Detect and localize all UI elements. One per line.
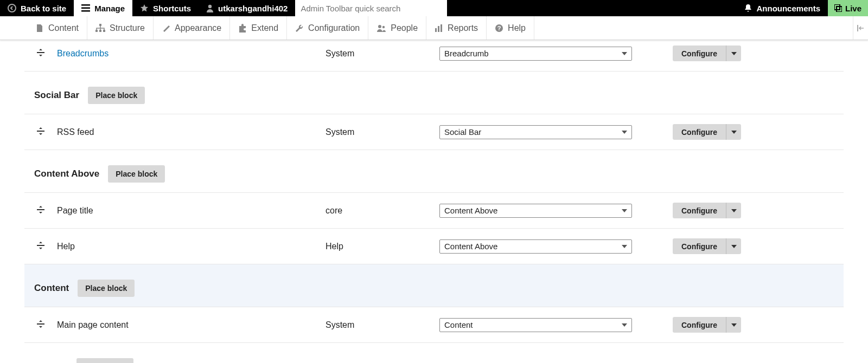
region-title: Social Bar xyxy=(34,90,79,101)
puzzle-icon xyxy=(238,24,247,33)
place-block-button[interactable]: Place block xyxy=(108,165,165,183)
svg-rect-8 xyxy=(95,30,98,32)
menu-appearance[interactable]: Appearance xyxy=(154,16,230,40)
menu-structure[interactable]: Structure xyxy=(87,16,154,40)
place-block-button[interactable]: Place block xyxy=(78,280,135,297)
block-category: core xyxy=(326,206,439,216)
menu-help-label: Help xyxy=(508,23,526,33)
block-row: Breadcrumbs System Breadcrumb Configure xyxy=(24,40,844,72)
menu-content[interactable]: Content xyxy=(27,16,87,40)
menu-collapse-toggle[interactable] xyxy=(853,16,868,40)
region-header: SidebarPlace block xyxy=(24,343,844,363)
menu-configuration[interactable]: Configuration xyxy=(287,16,368,40)
region-select[interactable]: Content Above xyxy=(439,204,632,218)
block-operations: Configure xyxy=(673,124,849,140)
svg-rect-1 xyxy=(81,4,90,6)
region-select-value: Breadcrumb xyxy=(444,49,489,58)
svg-text:?: ? xyxy=(497,25,501,31)
block-title[interactable]: Breadcrumbs xyxy=(57,49,326,59)
star-icon xyxy=(140,4,149,12)
back-to-site-link[interactable]: Back to site xyxy=(0,0,74,16)
menu-content-label: Content xyxy=(48,23,79,33)
svg-rect-2 xyxy=(81,8,90,9)
drag-handle-icon[interactable] xyxy=(24,320,57,329)
help-icon: ? xyxy=(495,24,503,33)
region-select[interactable]: Content xyxy=(439,318,632,332)
announcements-link[interactable]: Announcements xyxy=(737,0,828,16)
configure-button[interactable]: Configure xyxy=(673,124,726,140)
svg-rect-10 xyxy=(103,30,105,32)
menu-people-label: People xyxy=(391,23,418,33)
region-header: Social BarPlace block xyxy=(24,72,844,114)
region-title: Content Above xyxy=(34,168,99,179)
operations-dropdown-button[interactable] xyxy=(726,46,741,61)
drag-handle-icon[interactable] xyxy=(24,242,57,251)
drag-handle-icon[interactable] xyxy=(24,127,57,137)
bell-icon xyxy=(744,4,752,12)
region-select[interactable]: Breadcrumb xyxy=(439,47,632,61)
region-title: Content xyxy=(34,283,69,294)
place-block-button[interactable]: Place block xyxy=(76,358,133,363)
operations-dropdown-button[interactable] xyxy=(726,238,741,254)
region-header: ContentPlace block xyxy=(24,264,844,307)
block-category: System xyxy=(326,320,439,330)
menu-reports[interactable]: Reports xyxy=(426,16,487,40)
configure-button[interactable]: Configure xyxy=(673,203,726,218)
block-row: HelpHelpContent AboveConfigure xyxy=(24,229,844,264)
configure-button[interactable]: Configure xyxy=(673,46,726,61)
block-category: System xyxy=(326,49,439,59)
user-icon xyxy=(206,4,214,12)
region-select-value: Content Above xyxy=(444,206,497,215)
brush-icon xyxy=(162,24,170,33)
back-arrow-icon xyxy=(8,4,16,12)
shortcuts-link[interactable]: Shortcuts xyxy=(132,0,199,16)
user-menu[interactable]: utkarshgandhi402 xyxy=(199,0,295,16)
admin-toolbar: Back to site Manage Shortcuts utkarshgan… xyxy=(0,0,868,16)
shortcuts-label: Shortcuts xyxy=(153,4,191,13)
svg-rect-13 xyxy=(435,28,437,32)
menu-people[interactable]: People xyxy=(368,16,426,40)
place-block-button[interactable]: Place block xyxy=(88,87,145,104)
svg-rect-15 xyxy=(441,24,442,32)
block-row: Main page contentSystemContentConfigure xyxy=(24,307,844,343)
operations-dropdown-button[interactable] xyxy=(726,203,741,218)
manage-toggle[interactable]: Manage xyxy=(74,0,132,16)
configure-button[interactable]: Configure xyxy=(673,238,726,254)
block-title: Main page content xyxy=(57,320,326,330)
configure-button[interactable]: Configure xyxy=(673,317,726,333)
admin-menu: Content Structure Appearance Extend Conf… xyxy=(0,16,868,40)
svg-rect-18 xyxy=(857,25,858,31)
toolbar-search-input[interactable] xyxy=(295,0,447,16)
region-select[interactable]: Social Bar xyxy=(439,125,632,139)
block-category: Help xyxy=(326,242,439,251)
menu-extend[interactable]: Extend xyxy=(230,16,287,40)
manage-label: Manage xyxy=(94,4,125,13)
block-operations: Configure xyxy=(673,317,849,333)
drag-handle-icon[interactable] xyxy=(24,49,57,58)
live-badge[interactable]: Live xyxy=(828,0,868,16)
menu-appearance-label: Appearance xyxy=(175,23,221,33)
menu-help[interactable]: ? Help xyxy=(487,16,534,40)
hierarchy-icon xyxy=(95,24,105,33)
block-row: Page titlecoreContent AboveConfigure xyxy=(24,193,844,229)
drag-handle-icon[interactable] xyxy=(24,206,57,215)
svg-point-0 xyxy=(8,4,16,12)
live-label: Live xyxy=(845,4,861,13)
operations-dropdown-button[interactable] xyxy=(726,124,741,140)
region-select[interactable]: Content Above xyxy=(439,239,632,254)
operations-dropdown-button[interactable] xyxy=(726,317,741,333)
back-to-site-label: Back to site xyxy=(21,4,66,13)
block-operations: Configure xyxy=(673,238,849,254)
wrench-icon xyxy=(295,24,304,33)
user-label: utkarshgandhi402 xyxy=(218,4,288,13)
toolbar-search xyxy=(295,0,447,16)
block-operations: Configure xyxy=(673,46,849,61)
svg-point-12 xyxy=(382,25,385,28)
menu-configuration-label: Configuration xyxy=(308,23,360,33)
chart-icon xyxy=(435,24,443,33)
block-row: RSS feedSystemSocial BarConfigure xyxy=(24,114,844,150)
block-category: System xyxy=(326,127,439,137)
block-title: Help xyxy=(57,242,326,251)
region-select-value: Content Above xyxy=(444,242,497,251)
file-icon xyxy=(35,24,44,33)
